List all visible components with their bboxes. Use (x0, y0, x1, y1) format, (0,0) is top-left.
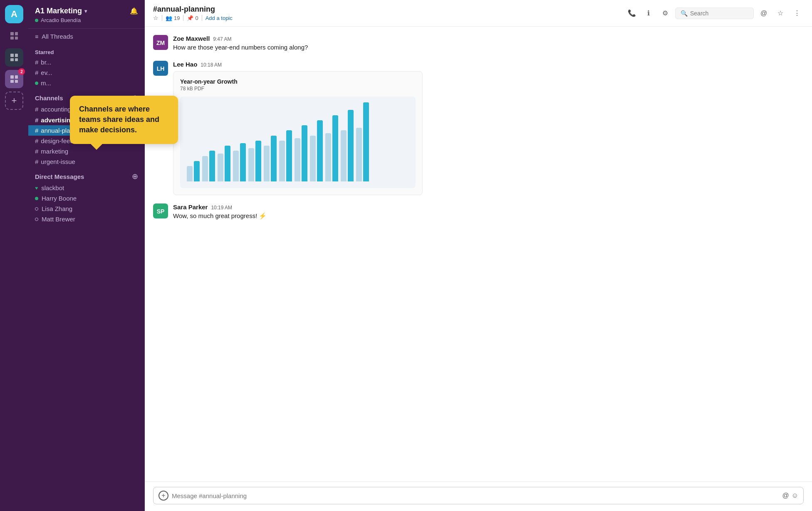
sidebar: A1 Marketing ▾ 🔔 Arcadio Buendía ≡ All T… (28, 0, 145, 511)
online-dot-icon (35, 197, 38, 200)
chart-area (180, 97, 416, 188)
svg-text:LH: LH (157, 65, 165, 72)
status-dot-icon (35, 19, 38, 22)
message-author-zoe: Zoe Maxwell (173, 35, 210, 42)
more-button[interactable]: ⋮ (790, 7, 804, 20)
channel-marketing[interactable]: # marketing (28, 146, 145, 156)
offline-dot-icon (35, 207, 38, 211)
chart-attachment[interactable]: Year-on-year Growth 78 kB PDF (173, 71, 423, 195)
chart-bar-dark (271, 136, 277, 181)
avatar-sara: SP (153, 203, 168, 218)
bell-icon[interactable]: 🔔 (130, 7, 138, 15)
at-button[interactable]: @ (757, 7, 770, 20)
dm-harry-boone[interactable]: Harry Boone (28, 193, 145, 203)
message-input-box: + @ ☺ (153, 487, 804, 504)
sidebar-header: A1 Marketing ▾ 🔔 Arcadio Buendía (28, 0, 145, 29)
emoji-icon[interactable]: ☺ (792, 492, 798, 499)
chart-bar-dark (255, 141, 261, 181)
hash-icon: # (35, 127, 38, 134)
bar-group (341, 110, 354, 181)
chart-bar-dark (209, 151, 215, 181)
chart-meta: 78 kB PDF (180, 86, 416, 92)
workspace-name[interactable]: A1 Marketing ▾ (35, 7, 87, 15)
dm-matt-brewer[interactable]: Matt Brewer (28, 214, 145, 224)
bar-group (325, 115, 338, 181)
channel-meta: ☆ 👥 19 📌 0 Add a topic (153, 15, 233, 21)
divider3 (202, 15, 202, 21)
pins-count[interactable]: 📌 0 (187, 15, 198, 21)
pin-icon: 📌 (187, 15, 193, 21)
svg-text:SP: SP (157, 208, 165, 215)
chart-bar-light (295, 138, 300, 181)
chart-bar-light (279, 141, 285, 181)
channels-label: Channels (35, 94, 63, 102)
chart-bar-dark (286, 130, 292, 181)
bar-group (310, 120, 323, 181)
dm-lisa-zhang[interactable]: Lisa Zhang (28, 203, 145, 214)
add-topic-link[interactable]: Add a topic (205, 15, 233, 21)
attach-button[interactable]: + (158, 491, 168, 501)
hash-icon: # (35, 158, 38, 165)
chart-bar-light (202, 156, 208, 181)
user-name: Arcadio Buendía (41, 17, 81, 23)
call-button[interactable]: 📞 (625, 7, 639, 20)
all-threads-item[interactable]: ≡ All Threads (28, 29, 145, 44)
hash-icon: # (35, 148, 38, 155)
bar-group (356, 102, 369, 181)
message-author-sara: Sara Parker (173, 203, 208, 211)
chart-bar-light (248, 148, 254, 181)
info-button[interactable]: ℹ (642, 7, 655, 20)
chart-bar-light (341, 130, 347, 181)
chart-bar-light (233, 151, 239, 181)
at-icon[interactable]: @ (782, 492, 789, 499)
all-threads-label: All Threads (42, 33, 73, 40)
add-dm-button[interactable]: ⊕ (132, 172, 138, 181)
icon-rail: A 2 + (0, 0, 28, 511)
chart-bar-light (187, 166, 193, 181)
chart-bar-dark (332, 115, 338, 181)
heart-icon: ♥ (35, 185, 38, 191)
channels-tooltip: Channels are where teams share ideas and… (70, 96, 178, 144)
starred-channel-2[interactable]: # ev... (28, 67, 145, 78)
rail-grid-icon-3[interactable]: 2 (5, 70, 23, 88)
bookmark-button[interactable]: ☆ (774, 7, 787, 20)
chart-bar-light (325, 133, 331, 181)
message-input[interactable] (172, 492, 779, 499)
rail-grid-icon-2[interactable] (5, 48, 23, 67)
starred-channel-1[interactable]: # br... (28, 57, 145, 67)
starred-channel-3[interactable]: m... (28, 78, 145, 88)
channel-urgent-issue[interactable]: # urgent-issue (28, 156, 145, 167)
chart-bar-dark (240, 143, 246, 181)
starred-section-label: Starred (28, 44, 145, 57)
message-time-lee: 10:18 AM (201, 62, 222, 68)
bar-group (264, 136, 277, 181)
all-threads-icon: ≡ (35, 33, 38, 40)
message-time-sara: 10:19 AM (211, 205, 232, 211)
rail-grid-icon-1[interactable] (5, 27, 23, 45)
bar-group (279, 130, 292, 181)
chart-bar-dark (225, 146, 230, 181)
avatar-lee: LH (153, 61, 168, 76)
star-icon[interactable]: ☆ (153, 15, 158, 21)
workspace-icon[interactable]: A (5, 5, 23, 23)
dm-label: Direct Messages (35, 173, 84, 180)
hash-icon: # (35, 106, 38, 113)
message-content-sara: Sara Parker 10:19 AM Wow, so much great … (173, 203, 804, 221)
message-time-zoe: 9:47 AM (213, 36, 231, 42)
rail-add-button[interactable]: + (5, 92, 23, 110)
message-content-lee: Lee Hao 10:18 AM Year-on-year Growth 78 … (173, 61, 804, 195)
chart-title: Year-on-year Growth (180, 78, 416, 85)
channel-header: #annual-planning ☆ 👥 19 📌 0 Add a topic … (145, 0, 812, 27)
bar-group (202, 151, 215, 181)
search-input[interactable] (690, 10, 748, 17)
message-header-sara: Sara Parker 10:19 AM (173, 203, 804, 211)
hash-icon: # (35, 59, 38, 66)
chart-bar-light (310, 136, 316, 181)
bar-group (187, 161, 200, 181)
members-count[interactable]: 👥 19 (166, 15, 180, 21)
workspace-chevron-icon: ▾ (84, 8, 87, 14)
rail-badge: 2 (18, 68, 25, 75)
dm-slackbot[interactable]: ♥ slackbot (28, 183, 145, 193)
settings-button[interactable]: ⚙ (659, 7, 672, 20)
search-box[interactable]: 🔍 (675, 7, 754, 19)
